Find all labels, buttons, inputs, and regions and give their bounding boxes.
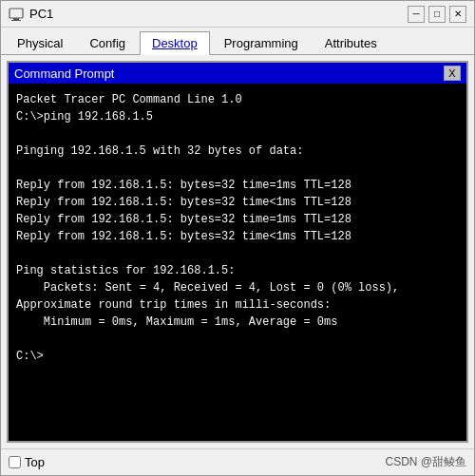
svg-rect-0: [10, 9, 23, 18]
main-window: PC1 ─ □ ✕ Physical Config Desktop Progra…: [0, 0, 475, 476]
bottom-bar: Top CSDN @甜鲮鱼: [1, 448, 474, 475]
pc-icon: [9, 7, 24, 22]
cmd-close-button[interactable]: X: [444, 66, 461, 81]
top-checkbox-area: Top: [9, 455, 45, 469]
tab-programming[interactable]: Programming: [212, 31, 311, 54]
cmd-title-bar: Command Prompt X: [9, 63, 466, 84]
watermark: CSDN @甜鲮鱼: [385, 454, 466, 470]
cmd-title-label: Command Prompt: [14, 67, 114, 81]
tab-config[interactable]: Config: [77, 31, 138, 54]
tab-desktop[interactable]: Desktop: [140, 31, 210, 55]
title-bar: PC1 ─ □ ✕: [1, 1, 474, 28]
content-area: Command Prompt X Packet Tracer PC Comman…: [1, 55, 474, 448]
window-title: PC1: [29, 7, 402, 21]
svg-rect-1: [13, 18, 19, 20]
tab-bar: Physical Config Desktop Programming Attr…: [1, 28, 474, 55]
top-checkbox[interactable]: [9, 456, 21, 468]
tab-attributes[interactable]: Attributes: [313, 31, 390, 54]
svg-rect-2: [11, 20, 21, 21]
command-prompt-window: Command Prompt X Packet Tracer PC Comman…: [7, 61, 468, 443]
cmd-body[interactable]: Packet Tracer PC Command Line 1.0 C:\>pi…: [9, 84, 466, 441]
minimize-button[interactable]: ─: [408, 6, 425, 23]
window-controls: ─ □ ✕: [408, 6, 466, 23]
close-button[interactable]: ✕: [449, 6, 466, 23]
tab-physical[interactable]: Physical: [5, 31, 75, 54]
top-checkbox-label: Top: [25, 455, 45, 469]
maximize-button[interactable]: □: [428, 6, 446, 23]
